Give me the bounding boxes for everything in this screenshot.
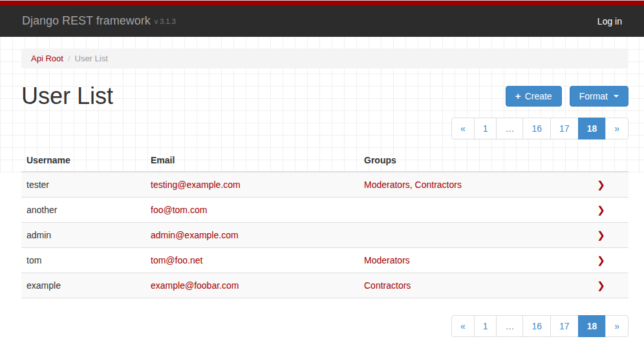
pagination-page-1[interactable]: 1 (474, 315, 497, 337)
pagination-page-18[interactable]: 18 (578, 315, 606, 337)
login-link[interactable]: Log in (597, 16, 622, 26)
pagination-bottom-row: «1…161718» (21, 315, 628, 337)
create-button-label: Create (525, 91, 552, 101)
main-container: Api Root/User List User List + Create Fo… (21, 48, 628, 337)
pagination-page-18-item: 18 (579, 315, 606, 337)
user-table: Username Email Groups testertesting@exam… (21, 149, 628, 298)
plus-icon: + (515, 91, 521, 101)
groups-cell (359, 223, 574, 248)
navbar-version: v 3.1.3 (155, 17, 176, 25)
table-row: adminadmin@example.com❯ (21, 223, 628, 248)
row-chevron-icon[interactable]: ❯ (597, 280, 605, 291)
pagination-top-row: «1…161718» (21, 118, 628, 140)
email-cell: example@foobar.com (145, 273, 359, 298)
row-chevron-icon[interactable]: ❯ (597, 204, 605, 215)
column-header-username: Username (21, 149, 145, 172)
group-link[interactable]: Contractors (364, 280, 411, 291)
email-cell: admin@example.com (145, 223, 359, 248)
detail-cell: ❯ (574, 248, 628, 273)
email-cell: foo@tom.com (145, 198, 359, 223)
pagination-prev[interactable]: « (451, 118, 475, 140)
pagination-prev[interactable]: « (451, 315, 475, 337)
group-link[interactable]: Moderators (364, 255, 410, 265)
pagination-page-1[interactable]: 1 (474, 118, 497, 140)
pagination-prev-item: « (451, 118, 475, 140)
table-row: testertesting@example.comModerators, Con… (21, 172, 628, 198)
pagination-bottom: «1…161718» (451, 315, 628, 337)
breadcrumb-current: User List (75, 54, 108, 63)
table-row: anotherfoo@tom.com❯ (21, 198, 628, 223)
username-cell: tester (21, 172, 145, 198)
username-cell: example (21, 273, 145, 298)
chevron-down-icon (614, 95, 619, 98)
email-link[interactable]: tom@foo.net (151, 255, 202, 265)
pagination-page-…-item: … (497, 118, 523, 140)
format-dropdown-button[interactable]: Format (570, 86, 628, 107)
pagination-page-…: … (496, 118, 523, 140)
detail-cell: ❯ (574, 198, 628, 223)
detail-cell: ❯ (574, 273, 628, 298)
pagination-page-16[interactable]: 16 (522, 118, 551, 140)
pagination-page-16[interactable]: 16 (522, 315, 551, 337)
pagination-prev-item: « (451, 315, 475, 337)
table-header: Username Email Groups (21, 149, 628, 172)
navbar-brand[interactable]: Django REST framework (22, 14, 151, 28)
pagination-next[interactable]: » (605, 118, 628, 140)
row-chevron-icon[interactable]: ❯ (597, 254, 605, 265)
pagination-page-16-item: 16 (523, 315, 551, 337)
table-row: exampleexample@foobar.comContractors❯ (21, 273, 628, 298)
pagination-top: «1…161718» (451, 118, 628, 140)
table-row: tomtom@foo.netModerators❯ (21, 248, 628, 273)
groups-cell: Moderators (359, 248, 574, 273)
create-button[interactable]: + Create (506, 86, 562, 107)
pagination-page-18-item: 18 (579, 118, 606, 140)
pagination-page-17[interactable]: 17 (550, 118, 579, 140)
column-header-groups: Groups (359, 149, 574, 172)
column-header-email: Email (145, 149, 359, 172)
breadcrumb-api-root-link[interactable]: Api Root (31, 54, 63, 63)
username-cell: tom (21, 248, 145, 273)
email-cell: tom@foo.net (145, 248, 359, 273)
page-header: User List + Create Format (21, 83, 628, 110)
pagination-page-…: … (496, 315, 523, 337)
group-link[interactable]: Moderators (364, 180, 410, 190)
navbar: Django REST framework v 3.1.3 Log in (0, 5, 644, 37)
pagination-page-17-item: 17 (551, 315, 579, 337)
pagination-page-18[interactable]: 18 (578, 118, 606, 140)
detail-cell: ❯ (574, 223, 628, 248)
breadcrumb-separator: / (68, 54, 70, 63)
page-title: User List (21, 83, 113, 110)
table-body: testertesting@example.comModerators, Con… (21, 172, 628, 298)
username-cell: another (21, 198, 145, 223)
detail-cell: ❯ (574, 172, 628, 198)
pagination-next[interactable]: » (605, 315, 628, 337)
row-chevron-icon[interactable]: ❯ (597, 179, 605, 190)
row-chevron-icon[interactable]: ❯ (597, 229, 605, 240)
groups-cell (359, 198, 574, 223)
toolbar: + Create Format (506, 86, 628, 107)
group-link[interactable]: Contractors (415, 180, 462, 190)
email-link[interactable]: admin@example.com (151, 230, 239, 240)
pagination-page-17[interactable]: 17 (550, 315, 579, 337)
column-header-detail (574, 149, 628, 172)
email-link[interactable]: testing@example.com (151, 180, 241, 190)
brand-red-bar (0, 1, 644, 5)
pagination-next-item: » (606, 118, 628, 140)
email-link[interactable]: foo@tom.com (151, 205, 207, 215)
username-cell: admin (21, 223, 145, 248)
format-button-label: Format (579, 91, 608, 101)
pagination-page-16-item: 16 (523, 118, 551, 140)
pagination-page-17-item: 17 (551, 118, 579, 140)
email-cell: testing@example.com (145, 172, 359, 198)
groups-cell: Contractors (359, 273, 574, 298)
pagination-next-item: » (606, 315, 628, 337)
pagination-page-1-item: 1 (475, 118, 497, 140)
pagination-page-1-item: 1 (475, 315, 497, 337)
pagination-page-…-item: … (497, 315, 523, 337)
email-link[interactable]: example@foobar.com (151, 280, 239, 291)
groups-cell: Moderators, Contractors (359, 172, 574, 198)
breadcrumb: Api Root/User List (21, 48, 628, 68)
